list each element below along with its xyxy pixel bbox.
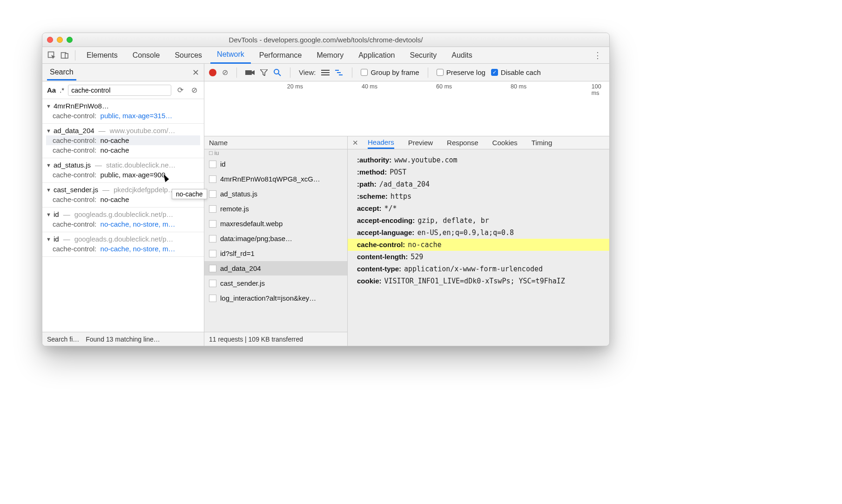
header-row[interactable]: :scheme:https <box>357 190 600 202</box>
svg-point-4 <box>274 69 279 74</box>
inspect-element-icon[interactable] <box>46 50 57 61</box>
header-row[interactable]: content-type:application/x-www-form-urle… <box>357 263 600 275</box>
panel-tab-memory[interactable]: Memory <box>310 47 350 64</box>
search-result-line[interactable]: cache-control: no-cache <box>46 145 200 155</box>
view-waterfall-icon[interactable] <box>335 69 344 76</box>
request-row[interactable]: remote.js <box>204 202 347 216</box>
panel-tabs: ElementsConsoleSourcesNetworkPerformance… <box>42 47 609 64</box>
file-type-icon <box>209 280 216 287</box>
match-case-toggle[interactable]: Aa <box>47 86 56 94</box>
screenshots-icon[interactable] <box>245 69 255 76</box>
header-row[interactable]: :path:/ad_data_204 <box>357 178 600 190</box>
search-result-line[interactable]: cache-control: no-cache <box>46 195 200 204</box>
close-icon[interactable]: ✕ <box>192 67 199 78</box>
panel-tab-performance[interactable]: Performance <box>253 47 309 64</box>
more-options-icon[interactable]: ⋮ <box>590 50 606 60</box>
svg-rect-7 <box>321 72 330 73</box>
header-row[interactable]: cookie:VISITOR_INFO1_LIVE=dDk0-xTswPs; Y… <box>357 275 600 287</box>
detail-tab-headers[interactable]: Headers <box>368 137 394 149</box>
request-list-footer: 11 requests | 109 KB transferred <box>204 332 347 346</box>
panel-tab-network[interactable]: Network <box>210 47 251 64</box>
request-row[interactable]: id?slf_rd=1 <box>204 246 347 261</box>
panel-tab-elements[interactable]: Elements <box>80 47 124 64</box>
file-type-icon <box>209 161 216 168</box>
header-row[interactable]: accept:*/* <box>357 202 600 215</box>
view-list-icon[interactable] <box>321 69 330 76</box>
device-toolbar-icon[interactable] <box>59 50 70 61</box>
detail-tab-cookies[interactable]: Cookies <box>492 137 518 148</box>
search-icon[interactable] <box>273 68 282 77</box>
panel-tab-console[interactable]: Console <box>126 47 167 64</box>
file-type-icon <box>209 265 216 272</box>
request-list-header[interactable]: Name <box>204 136 347 149</box>
group-by-frame-checkbox[interactable]: Group by frame <box>361 68 419 76</box>
filter-icon[interactable] <box>260 69 268 76</box>
panel-tab-sources[interactable]: Sources <box>168 47 209 64</box>
svg-rect-10 <box>337 72 341 73</box>
search-result-line[interactable]: cache-control: no-cache <box>46 135 200 145</box>
file-type-icon <box>209 205 216 213</box>
request-row[interactable]: maxresdefault.webp <box>204 216 347 231</box>
request-list-column: Name □ iu id4mrRnEPnWo81qWPG8_xcG…ad_sta… <box>204 136 348 346</box>
header-row[interactable]: :authority:www.youtube.com <box>357 154 600 166</box>
svg-line-5 <box>278 74 281 76</box>
request-row[interactable]: id <box>204 157 347 172</box>
close-detail-icon[interactable]: ✕ <box>350 139 360 147</box>
search-result-line[interactable]: cache-control: no-cache, no-store, m… <box>46 219 200 229</box>
search-result-line[interactable]: cache-control: public, max-age=315… <box>46 111 200 121</box>
search-result-group: ▼ad_data_204—www.youtube.com/…cache-cont… <box>42 124 204 158</box>
clear-button[interactable]: ⊘ <box>222 68 228 77</box>
header-row[interactable]: accept-language:en-US,en;q=0.9,la;q=0.8 <box>357 227 600 239</box>
detail-tab-preview[interactable]: Preview <box>408 137 433 148</box>
window-title: DevTools - developers.google.com/web/too… <box>42 36 609 44</box>
record-button[interactable] <box>209 69 216 76</box>
request-row[interactable]: data:image/png;base… <box>204 231 347 246</box>
request-list: id4mrRnEPnWo81qWPG8_xcG…ad_status.jsremo… <box>204 157 347 332</box>
window-titlebar: DevTools - developers.google.com/web/too… <box>42 33 609 47</box>
file-type-icon <box>209 295 216 302</box>
search-input[interactable] <box>68 85 171 96</box>
network-toolbar: ⊘ View: Grou <box>204 64 609 81</box>
preserve-log-checkbox[interactable]: Preserve log <box>437 68 485 76</box>
request-row[interactable]: 4mrRnEPnWo81qWPG8_xcG… <box>204 172 347 187</box>
file-type-icon <box>209 190 216 198</box>
search-result-file[interactable]: ▼id—googleads.g.doubleclick.net/p… <box>46 234 200 244</box>
header-row[interactable]: :method:POST <box>357 166 600 178</box>
panel-tab-application[interactable]: Application <box>352 47 401 64</box>
request-row[interactable]: ad_data_204 <box>204 261 347 276</box>
search-result-group: ▼ad_status.js—static.doubleclick.ne…cach… <box>42 158 204 183</box>
request-row[interactable]: ad_status.js <box>204 187 347 202</box>
search-result-file[interactable]: ▼cast_sender.js—pkedcjkdefgpdelp… <box>46 185 200 195</box>
search-result-file[interactable]: ▼ad_data_204—www.youtube.com/… <box>46 126 200 135</box>
network-panel: ⊘ View: Grou <box>204 64 609 346</box>
panel-tab-security[interactable]: Security <box>403 47 443 64</box>
search-result-line[interactable]: cache-control: no-cache, no-store, m… <box>46 244 200 254</box>
request-row[interactable]: cast_sender.js <box>204 276 347 291</box>
header-row[interactable]: content-length:529 <box>357 251 600 263</box>
disable-cache-checkbox[interactable]: ✓Disable cach <box>491 68 541 76</box>
header-row[interactable]: accept-encoding:gzip, deflate, br <box>357 215 600 227</box>
view-label: View: <box>299 68 316 76</box>
search-result-file[interactable]: ▼id—googleads.g.doubleclick.net/p… <box>46 209 200 219</box>
search-toolbar: Aa .* ⟳ ⊘ <box>42 81 204 99</box>
search-footer-left: Search fi… <box>47 336 79 343</box>
detail-tab-response[interactable]: Response <box>447 137 478 148</box>
search-result-file[interactable]: ▼4mrRnEPnWo81qWPG8_xcGP85HC… <box>46 101 200 111</box>
svg-rect-2 <box>65 54 68 58</box>
refresh-icon[interactable]: ⟳ <box>175 86 185 94</box>
network-timeline[interactable]: 20 ms40 ms60 ms80 ms100 ms <box>204 81 609 136</box>
file-type-icon <box>209 235 216 242</box>
panel-tab-audits[interactable]: Audits <box>445 47 478 64</box>
header-row[interactable]: cache-control:no-cache <box>348 239 609 251</box>
file-type-icon <box>209 175 216 183</box>
regex-toggle[interactable]: .* <box>60 86 64 94</box>
search-result-file[interactable]: ▼ad_status.js—static.doubleclick.ne… <box>46 160 200 170</box>
search-tab-label[interactable]: Search <box>47 68 76 81</box>
svg-rect-3 <box>245 70 252 75</box>
request-row[interactable]: log_interaction?alt=json&key… <box>204 291 347 306</box>
detail-tab-timing[interactable]: Timing <box>532 137 552 148</box>
search-result-line[interactable]: cache-control: public, max-age=900 <box>46 170 200 180</box>
headers-body: :authority:www.youtube.com:method:POST:p… <box>348 149 609 346</box>
file-type-icon <box>209 250 216 257</box>
clear-icon[interactable]: ⊘ <box>189 86 199 94</box>
